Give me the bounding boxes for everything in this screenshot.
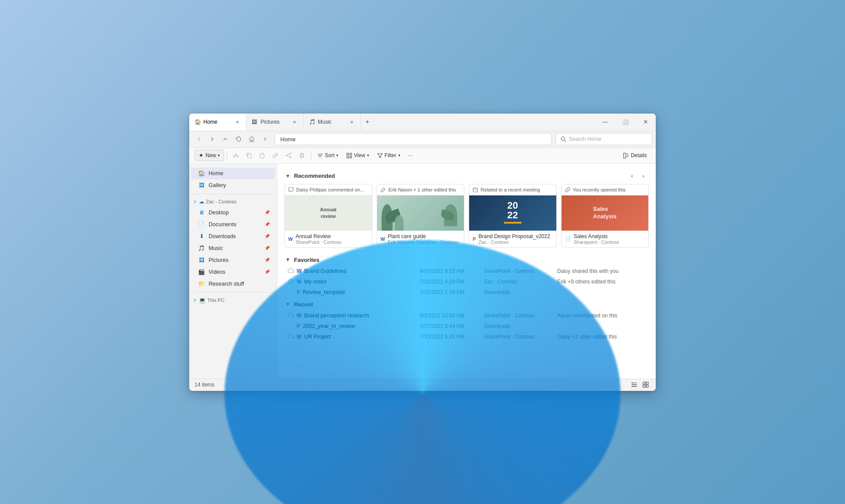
address-bar[interactable]: Home: [275, 133, 552, 145]
rec-card-sales-analysis[interactable]: You recently opened this SalesAnalysis V…: [561, 184, 649, 248]
tab-music[interactable]: 🎵 Music ✕: [304, 114, 361, 131]
rec-card-annual-review-footer: W Annual Review SharePoint · Contoso: [285, 231, 372, 247]
new-tab-button[interactable]: +: [361, 114, 374, 131]
new-label: New: [206, 152, 216, 158]
annual-review-location: SharePoint · Contoso: [295, 239, 342, 245]
copy-icon: [246, 152, 252, 158]
sidebar-item-research[interactable]: 📁 Research stuff: [191, 278, 275, 290]
sort-button[interactable]: Sort ▾: [314, 150, 342, 161]
filter-chevron: ▾: [398, 153, 400, 158]
sort-label: Sort: [325, 152, 334, 158]
expand-icon: [193, 199, 197, 204]
svg-point-5: [290, 157, 291, 158]
cut-button[interactable]: [230, 150, 242, 161]
recommended-toggle[interactable]: ▼: [284, 173, 291, 179]
view-chevron: ▾: [367, 153, 369, 158]
sidebar-item-home[interactable]: 🏠 Home: [191, 168, 275, 179]
search-icon: [560, 136, 566, 142]
copy-button[interactable]: [243, 150, 255, 161]
home-tab-icon: 🏠: [195, 119, 201, 125]
sidebar-item-pictures[interactable]: 🖼 Pictures 📌: [191, 254, 275, 266]
rename-icon: [272, 152, 279, 158]
rec-card-plant-care-header: Erik Nason + 1 other edited this: [377, 184, 464, 195]
tab-music-close[interactable]: ✕: [348, 118, 355, 125]
zac-label: Zac - Contoso: [206, 199, 236, 204]
refresh-button[interactable]: [232, 133, 245, 145]
sidebar-pictures-label: Pictures: [209, 257, 228, 263]
view-icon: [346, 153, 352, 158]
filter-button[interactable]: Filter ▾: [374, 150, 404, 161]
new-button[interactable]: ✦ New ▾: [195, 150, 224, 161]
sidebar-downloads-icon: ⬇: [198, 233, 205, 240]
separator-1: [227, 151, 227, 160]
minimize-button[interactable]: —: [595, 114, 615, 131]
rec-card-plant-care[interactable]: Erik Nason + 1 other edited this W: [377, 184, 465, 248]
sidebar-expand-zac[interactable]: ☁ Zac - Contoso: [189, 197, 277, 206]
sidebar-music-pin: 📌: [265, 246, 270, 250]
forward-button[interactable]: [206, 133, 218, 145]
more-button[interactable]: ···: [405, 150, 416, 161]
favorites-toggle[interactable]: ▼: [284, 257, 291, 263]
recommended-next[interactable]: ›: [638, 171, 649, 181]
search-bar[interactable]: Search Home: [555, 133, 652, 145]
brand-design-title: Brand Design Proposal_v2022: [478, 233, 550, 239]
sidebar-research-icon: 📁: [198, 280, 205, 287]
up-button[interactable]: [219, 133, 231, 145]
more-icon: ···: [408, 152, 413, 158]
svg-point-4: [290, 153, 291, 155]
back-button[interactable]: [193, 133, 205, 145]
calendar-icon: [473, 187, 478, 192]
breadcrumb-chevron[interactable]: [259, 133, 271, 145]
rename-button[interactable]: [269, 150, 282, 161]
tab-home-close[interactable]: ✕: [234, 118, 241, 125]
sidebar-gallery-label: Gallery: [209, 182, 226, 188]
rec-card-brand-design-author: Related to a recent meeting: [481, 187, 540, 192]
recommended-prev[interactable]: ‹: [627, 171, 637, 181]
rec-card-brand-design-footer: P Brand Design Proposal_v2022 Zac · Cont…: [469, 231, 556, 247]
svg-rect-3: [260, 154, 264, 158]
annual-review-title: Annual Review: [295, 233, 342, 239]
recommended-section-header: ▼ Recommended ‹ ›: [284, 167, 649, 184]
home-button[interactable]: [246, 133, 258, 145]
music-tab-icon: 🎵: [309, 119, 315, 125]
sidebar-pictures-pin: 📌: [265, 258, 270, 262]
details-icon: [623, 153, 629, 158]
paste-button[interactable]: [256, 150, 268, 161]
svg-point-6: [287, 155, 288, 156]
sidebar-item-music[interactable]: 🎵 Music 📌: [191, 243, 275, 254]
rec-card-sales-analysis-author: You recently opened this: [573, 187, 626, 192]
rec-card-brand-design[interactable]: Related to a recent meeting 2022 P: [469, 184, 557, 248]
paste-icon: [259, 152, 265, 158]
svg-rect-10: [350, 153, 352, 155]
details-button[interactable]: Details: [620, 150, 650, 161]
rec-card-brand-design-thumb: 2022: [469, 195, 556, 231]
rec-card-annual-review[interactable]: Daisy Philipps commented on... Annualrev…: [284, 184, 372, 248]
maximize-button[interactable]: ⬜: [615, 114, 636, 131]
svg-rect-12: [350, 156, 352, 158]
delete-button[interactable]: [296, 150, 308, 161]
tab-home[interactable]: 🏠 Home ✕: [189, 114, 246, 131]
cut-icon: [233, 152, 239, 158]
close-button[interactable]: ✕: [636, 114, 656, 131]
navigation-toolbar: Home Search Home: [189, 131, 656, 148]
tab-pictures[interactable]: 🖼 Pictures ✕: [246, 114, 304, 131]
tab-pictures-close[interactable]: ✕: [291, 118, 298, 125]
delete-icon: [299, 152, 305, 158]
sidebar-desktop-label: Desktop: [209, 210, 229, 216]
sidebar-documents-icon: 📄: [198, 221, 205, 228]
sidebar-item-documents[interactable]: 📄 Documents 📌: [191, 219, 275, 230]
title-bar: 🏠 Home ✕ 🖼 Pictures ✕ 🎵 Music ✕ + — ⬜: [189, 114, 656, 131]
sidebar-item-videos[interactable]: 🎬 Videos 📌: [191, 266, 275, 278]
view-button[interactable]: View ▾: [343, 150, 373, 161]
annual-file-icon: W: [288, 236, 293, 242]
sales-analysis-location: Sharepoint · Contoso: [574, 239, 619, 245]
sidebar-item-desktop[interactable]: 🖥 Desktop 📌: [191, 207, 275, 218]
share-button[interactable]: [283, 150, 295, 161]
svg-line-1: [564, 140, 566, 142]
sidebar-item-downloads[interactable]: ⬇ Downloads 📌: [191, 231, 275, 242]
sidebar-item-gallery[interactable]: 🖼 Gallery: [191, 180, 275, 191]
sales-file-icon: 📄: [565, 236, 571, 242]
sidebar-music-icon: 🎵: [198, 245, 205, 252]
rec-card-plant-care-thumb: [377, 195, 464, 231]
sort-icon: [317, 153, 323, 158]
